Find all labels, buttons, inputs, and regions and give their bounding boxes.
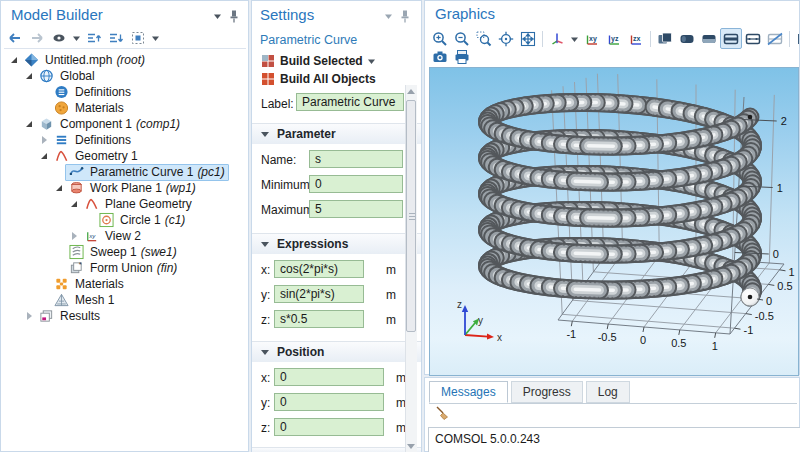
- zoom-selected-button[interactable]: [495, 28, 517, 49]
- clear-messages-button[interactable]: [434, 405, 450, 421]
- tree-item-label: Definitions: [50, 84, 135, 101]
- collapse-expander-icon[interactable]: [24, 71, 35, 81]
- xy-view-button[interactable]: xy: [581, 28, 603, 49]
- field-input-x[interactable]: [274, 260, 364, 278]
- tree-item[interactable]: Component 1(comp1): [1, 116, 247, 132]
- transparency-button[interactable]: [698, 28, 720, 49]
- clipped-button-button[interactable]: [793, 28, 799, 49]
- tab-progress[interactable]: Progress: [511, 381, 583, 403]
- zoom-out-button[interactable]: [451, 28, 473, 49]
- back-button[interactable]: [4, 27, 26, 48]
- section-header-position[interactable]: Position: [252, 341, 421, 362]
- scene-light-button[interactable]: [676, 28, 698, 49]
- tree-item-label: Global: [35, 68, 99, 85]
- pin-icon[interactable]: [397, 8, 413, 24]
- tab-log[interactable]: Log: [586, 381, 630, 403]
- tree-item[interactable]: xyView 2: [1, 228, 247, 244]
- zoom-in-button[interactable]: [429, 28, 451, 49]
- parametric-curve-icon: [69, 165, 84, 180]
- tree-item[interactable]: Materials: [1, 276, 247, 292]
- field-input-x[interactable]: [274, 368, 384, 386]
- expand-expander-icon[interactable]: [39, 135, 50, 145]
- zoom-box-button[interactable]: [473, 28, 495, 49]
- settings-panel: Settings Parametric Curve Build Selected…: [251, 0, 422, 452]
- tree-item[interactable]: Mesh 1: [1, 292, 247, 308]
- tree-item[interactable]: Materials: [1, 100, 247, 116]
- field-input-y[interactable]: [274, 285, 364, 303]
- duplicate-view-icon: [657, 31, 673, 47]
- tree-item[interactable]: Sweep 1(swe1): [1, 244, 247, 260]
- section-header-expressions[interactable]: Expressions: [252, 233, 421, 254]
- go-to-node-button[interactable]: [127, 27, 149, 48]
- expander-spacer: [84, 215, 95, 225]
- collapse-expander-icon[interactable]: [39, 151, 50, 161]
- forward-icon: [29, 30, 45, 46]
- tree-item[interactable]: Untitled.mph(root): [1, 52, 247, 68]
- duplicate-view-button[interactable]: [654, 28, 676, 49]
- clipped-button-icon: [796, 31, 799, 47]
- section-header-partial[interactable]: [252, 447, 421, 452]
- hide-objects-icon: [767, 31, 783, 47]
- label-input[interactable]: [296, 93, 404, 111]
- scrollbar-down-button[interactable]: [405, 440, 417, 452]
- field-input-maximum[interactable]: [309, 200, 403, 218]
- tab-messages[interactable]: Messages: [429, 381, 508, 403]
- show-frame-dots-button[interactable]: [742, 28, 764, 49]
- tree-item[interactable]: Parametric Curve 1(pc1): [1, 164, 247, 180]
- caret-down-button[interactable]: [70, 27, 83, 48]
- image-snapshot-button[interactable]: [429, 48, 451, 66]
- show-options-button[interactable]: [48, 27, 70, 48]
- scrollbar-up-button[interactable]: [405, 85, 417, 98]
- field-input-z[interactable]: [274, 310, 364, 328]
- collapse-expander-icon[interactable]: [24, 119, 35, 129]
- node-tag: (root): [116, 53, 145, 67]
- yz-view-button[interactable]: yz: [603, 28, 625, 49]
- section-header-parameter[interactable]: Parameter: [252, 123, 421, 144]
- graphics-canvas[interactable]: 21010.50-0.5-1-1-0.500.51 xyz: [429, 67, 799, 376]
- caret-down-icon[interactable]: [213, 8, 222, 24]
- tree-item[interactable]: Work Plane 1(wp1): [1, 180, 247, 196]
- field-input-z[interactable]: [274, 418, 384, 436]
- expand-all-button[interactable]: [83, 27, 105, 48]
- form-union-icon: *: [69, 261, 84, 276]
- forward-button[interactable]: [26, 27, 48, 48]
- tree-item-label: Plane Geometry: [80, 196, 196, 213]
- settings-scrollbar-thumb[interactable]: [406, 100, 416, 332]
- tree-item[interactable]: Definitions: [1, 132, 247, 148]
- tree-item-label: *Form Union(fin): [65, 260, 181, 277]
- graphics-toolbar-row2: [429, 48, 549, 66]
- show-frame-button[interactable]: [720, 28, 742, 49]
- collapse-expander-icon[interactable]: [9, 55, 20, 65]
- field-input-name[interactable]: [309, 150, 403, 168]
- caret-down-icon[interactable]: [384, 8, 393, 24]
- tree-item[interactable]: Geometry 1: [1, 148, 247, 164]
- zx-view-button[interactable]: zx: [625, 28, 647, 49]
- tree-item-label: Component 1(comp1): [35, 116, 184, 133]
- field-input-y[interactable]: [274, 393, 384, 411]
- tree-item[interactable]: Circle 1(c1): [1, 212, 247, 228]
- collapse-all-button[interactable]: [105, 27, 127, 48]
- tree-item[interactable]: Plane Geometry: [1, 196, 247, 212]
- field-input-minimum[interactable]: [309, 175, 403, 193]
- zoom-extents-button[interactable]: [517, 28, 539, 49]
- tree-item[interactable]: *Form Union(fin): [1, 260, 247, 276]
- scene-light-icon: [679, 31, 695, 47]
- collapse-expander-icon[interactable]: [54, 183, 65, 193]
- pin-icon[interactable]: [226, 8, 242, 24]
- tree-item[interactable]: Definitions: [1, 84, 247, 100]
- build-all-objects-button[interactable]: Build All Objects: [260, 71, 376, 87]
- expand-expander-icon[interactable]: [69, 231, 80, 241]
- build-selected-button[interactable]: Build Selected: [260, 53, 376, 69]
- print-button[interactable]: [451, 48, 473, 66]
- section-title: Expressions: [277, 237, 348, 251]
- expand-expander-icon[interactable]: [24, 311, 35, 321]
- collapse-expander-icon[interactable]: [69, 199, 80, 209]
- caret-down-button[interactable]: [149, 27, 162, 48]
- caret-down-button[interactable]: [568, 28, 581, 49]
- tree-item[interactable]: Global: [1, 68, 247, 84]
- tree-item[interactable]: Results: [1, 308, 247, 324]
- node-tag: (c1): [165, 213, 186, 227]
- tree-item-label: Circle 1(c1): [95, 212, 189, 229]
- default-3d-view-button[interactable]: [546, 28, 568, 49]
- hide-objects-button[interactable]: [764, 28, 786, 49]
